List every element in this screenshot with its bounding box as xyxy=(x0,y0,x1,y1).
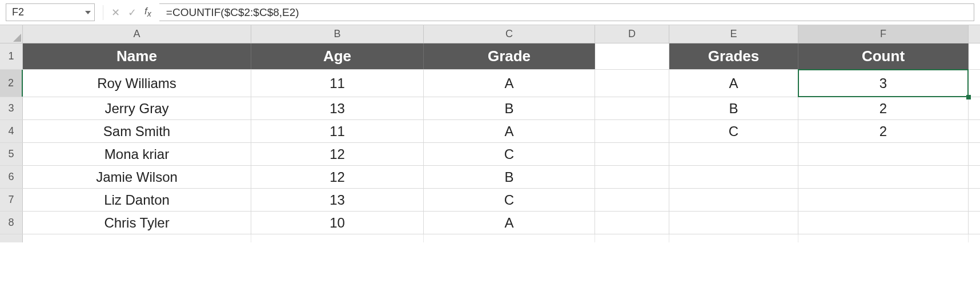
row-6: 6 Jamie Wilson 12 B xyxy=(0,166,980,189)
enter-icon[interactable]: ✓ xyxy=(128,6,136,19)
col-header-f[interactable]: F xyxy=(798,25,969,43)
cell-a8[interactable]: Chris Tyler xyxy=(23,212,251,234)
svg-marker-0 xyxy=(13,34,21,42)
cell-e4[interactable]: C xyxy=(669,120,798,142)
name-box-value: F2 xyxy=(12,6,24,18)
cell-d2[interactable] xyxy=(595,70,669,97)
cell-c8[interactable]: A xyxy=(424,212,595,234)
row-1: 1 Name Age Grade Grades Count xyxy=(0,43,980,70)
cell-e5[interactable] xyxy=(669,143,798,165)
row-header-6[interactable]: 6 xyxy=(0,166,23,188)
cell-d7[interactable] xyxy=(595,189,669,211)
cell-e2[interactable]: A xyxy=(669,70,798,97)
cell-c7[interactable]: C xyxy=(424,189,595,211)
row-3: 3 Jerry Gray 13 B B 2 xyxy=(0,97,980,120)
cell-f6[interactable] xyxy=(798,166,969,188)
cell-a7[interactable]: Liz Danton xyxy=(23,189,251,211)
cell-stub-c[interactable] xyxy=(424,234,595,242)
row-5: 5 Mona kriar 12 C xyxy=(0,143,980,166)
cell-stub-d[interactable] xyxy=(595,234,669,242)
cell-e8[interactable] xyxy=(669,212,798,234)
cell-f5[interactable] xyxy=(798,143,969,165)
row-7: 7 Liz Danton 13 C xyxy=(0,189,980,212)
header-count[interactable]: Count xyxy=(798,43,969,69)
cell-b5[interactable]: 12 xyxy=(251,143,424,165)
header-grade[interactable]: Grade xyxy=(424,43,595,69)
cell-a2[interactable]: Roy Williams xyxy=(23,70,251,97)
cell-c6[interactable]: B xyxy=(424,166,595,188)
cell-b6[interactable]: 12 xyxy=(251,166,424,188)
cell-stub-e[interactable] xyxy=(669,234,798,242)
spreadsheet-grid: A B C D E F 1 Name Age Grade Grades Coun… xyxy=(0,25,980,242)
cell-b8[interactable]: 10 xyxy=(251,212,424,234)
cell-e6[interactable] xyxy=(669,166,798,188)
dropdown-icon[interactable] xyxy=(85,11,91,14)
cell-c3[interactable]: B xyxy=(424,97,595,119)
formula-input[interactable]: =COUNTIF($C$2:$C$8,E2) xyxy=(159,3,974,21)
cell-a5[interactable]: Mona kriar xyxy=(23,143,251,165)
row-header-2[interactable]: 2 xyxy=(0,70,23,97)
fill-handle[interactable] xyxy=(966,95,971,99)
row-header-5[interactable]: 5 xyxy=(0,143,23,165)
cell-b7[interactable]: 13 xyxy=(251,189,424,211)
cell-stub-b[interactable] xyxy=(251,234,424,242)
column-header-row: A B C D E F xyxy=(0,25,980,43)
header-grades[interactable]: Grades xyxy=(669,43,798,69)
col-header-d[interactable]: D xyxy=(595,25,669,43)
cell-f2[interactable]: 3 xyxy=(798,70,969,97)
cell-a6[interactable]: Jamie Wilson xyxy=(23,166,251,188)
cell-b4[interactable]: 11 xyxy=(251,120,424,142)
select-all-corner[interactable] xyxy=(0,25,23,43)
cell-c4[interactable]: A xyxy=(424,120,595,142)
row-header-7[interactable]: 7 xyxy=(0,189,23,211)
row-header-1[interactable]: 1 xyxy=(0,43,23,69)
col-header-e[interactable]: E xyxy=(669,25,798,43)
cell-a4[interactable]: Sam Smith xyxy=(23,120,251,142)
header-age[interactable]: Age xyxy=(251,43,424,69)
row-8: 8 Chris Tyler 10 A xyxy=(0,212,980,234)
row-header-stub[interactable] xyxy=(0,234,23,242)
cell-d3[interactable] xyxy=(595,97,669,119)
cell-stub-f[interactable] xyxy=(798,234,969,242)
fx-icon[interactable]: fx xyxy=(144,6,151,18)
cell-b2[interactable]: 11 xyxy=(251,70,424,97)
cell-a3[interactable]: Jerry Gray xyxy=(23,97,251,119)
row-header-8[interactable]: 8 xyxy=(0,212,23,234)
row-header-3[interactable]: 3 xyxy=(0,97,23,119)
cell-f4[interactable]: 2 xyxy=(798,120,969,142)
cell-e3[interactable]: B xyxy=(669,97,798,119)
row-2: 2 Roy Williams 11 A A 3 xyxy=(0,70,980,97)
formula-text: =COUNTIF($C$2:$C$8,E2) xyxy=(166,6,299,19)
cell-d8[interactable] xyxy=(595,212,669,234)
cancel-icon[interactable]: ✕ xyxy=(111,6,120,19)
cell-d5[interactable] xyxy=(595,143,669,165)
cell-f3[interactable]: 2 xyxy=(798,97,969,119)
header-name[interactable]: Name xyxy=(23,43,251,69)
row-4: 4 Sam Smith 11 A C 2 xyxy=(0,120,980,143)
cell-d1[interactable] xyxy=(595,43,669,69)
formula-bar: F2 ✕ ✓ fx =COUNTIF($C$2:$C$8,E2) xyxy=(0,0,980,25)
cell-c5[interactable]: C xyxy=(424,143,595,165)
cell-b3[interactable]: 13 xyxy=(251,97,424,119)
cell-d6[interactable] xyxy=(595,166,669,188)
col-header-c[interactable]: C xyxy=(424,25,595,43)
cell-c2[interactable]: A xyxy=(424,70,595,97)
cell-e7[interactable] xyxy=(669,189,798,211)
cell-stub-a[interactable] xyxy=(23,234,251,242)
cell-f8[interactable] xyxy=(798,212,969,234)
separator xyxy=(103,5,103,20)
col-header-b[interactable]: B xyxy=(251,25,424,43)
row-stub xyxy=(0,234,980,242)
row-header-4[interactable]: 4 xyxy=(0,120,23,142)
cell-f7[interactable] xyxy=(798,189,969,211)
formula-bar-buttons: ✕ ✓ fx xyxy=(95,0,159,25)
name-box[interactable]: F2 xyxy=(6,3,95,21)
cell-d4[interactable] xyxy=(595,120,669,142)
col-header-a[interactable]: A xyxy=(23,25,251,43)
